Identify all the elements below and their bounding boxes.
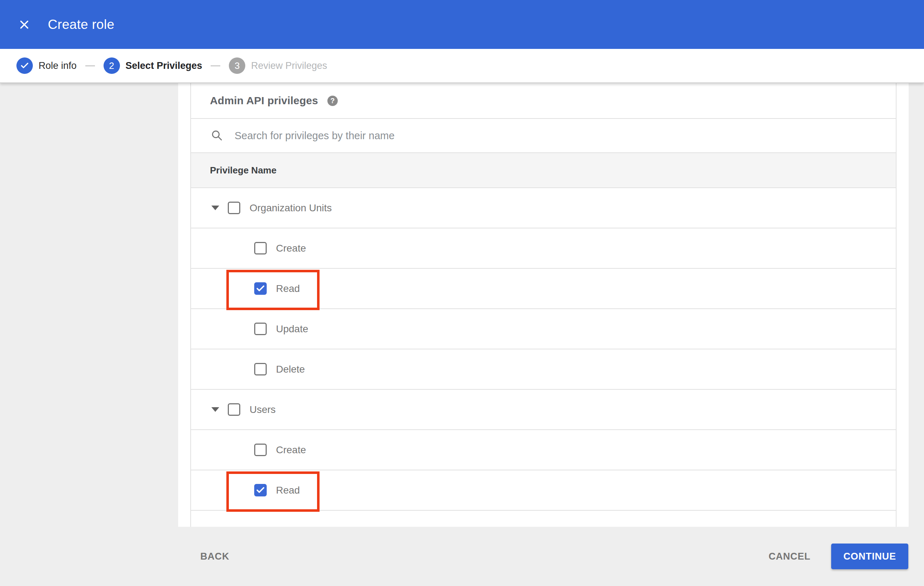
privilege-checkbox[interactable] (254, 282, 267, 295)
privilege-checkbox[interactable] (254, 242, 267, 254)
privilege-row: Read (191, 269, 896, 309)
privilege-row: Create (191, 430, 896, 470)
privilege-checkbox[interactable] (254, 484, 267, 496)
privilege-checkbox[interactable] (254, 323, 267, 335)
step-label: Select Privileges (126, 60, 203, 71)
step-select-privileges[interactable]: 2 Select Privileges (104, 58, 203, 74)
highlight-box (226, 270, 320, 310)
step-connector (85, 65, 95, 66)
privilege-row: Create (191, 229, 896, 269)
table-clipped-row (191, 511, 896, 526)
privilege-label: Read (276, 485, 300, 496)
table-header-label: Privilege Name (210, 165, 276, 176)
step-number-badge: 2 (104, 58, 120, 74)
step-review-privileges[interactable]: 3 Review Privileges (229, 58, 327, 74)
footer-right-group: CANCEL CONTINUE (769, 543, 908, 569)
footer-action-bar: BACK CANCEL CONTINUE (0, 527, 924, 586)
step-role-info[interactable]: Role info (16, 58, 77, 74)
stepper-bar: Role info 2 Select Privileges 3 Review P… (0, 49, 924, 83)
privilege-label: Update (276, 323, 308, 335)
table-header-row: Privilege Name (191, 153, 896, 188)
privilege-row: Delete (191, 349, 896, 390)
cancel-button[interactable]: CANCEL (769, 551, 810, 562)
privileges-table: Admin API privileges ? Privilege Name Or… (190, 83, 896, 527)
section-title-row: Admin API privileges ? (191, 83, 896, 119)
privilege-checkbox[interactable] (254, 363, 267, 375)
collapse-arrow-icon[interactable] (211, 407, 219, 412)
step-connector (211, 65, 220, 66)
privilege-row: Read (191, 470, 896, 511)
collapse-arrow-icon[interactable] (211, 206, 219, 210)
privilege-label: Organization Units (249, 202, 332, 214)
privilege-label: Delete (276, 364, 305, 375)
app-header: Create role (0, 0, 924, 49)
privilege-checkbox[interactable] (228, 202, 240, 214)
privilege-label: Read (276, 283, 300, 295)
step-number-badge: 3 (229, 58, 245, 74)
privilege-label: Create (276, 444, 306, 456)
privilege-checkbox[interactable] (254, 444, 267, 456)
help-icon[interactable]: ? (327, 95, 338, 106)
close-icon[interactable] (16, 17, 32, 33)
privilege-checkbox[interactable] (228, 403, 240, 416)
search-icon (211, 130, 223, 142)
step-label: Review Privileges (251, 60, 327, 71)
step-label: Role info (38, 60, 77, 71)
privilege-row: Users (191, 390, 896, 430)
highlight-box (226, 471, 320, 512)
privilege-label: Users (249, 404, 276, 415)
back-button[interactable]: BACK (200, 551, 229, 562)
privilege-row: Update (191, 309, 896, 349)
dialog-title: Create role (48, 17, 114, 32)
search-input[interactable] (234, 130, 896, 142)
step-complete-check-icon (16, 58, 33, 74)
search-row (191, 119, 896, 153)
privilege-label: Create (276, 243, 306, 254)
section-title: Admin API privileges (210, 95, 318, 107)
privileges-card: Admin API privileges ? Privilege Name Or… (178, 83, 909, 527)
privilege-row: Organization Units (191, 188, 896, 229)
privilege-rows: Organization Units Create Read Update De… (191, 188, 896, 511)
continue-button[interactable]: CONTINUE (831, 543, 908, 569)
